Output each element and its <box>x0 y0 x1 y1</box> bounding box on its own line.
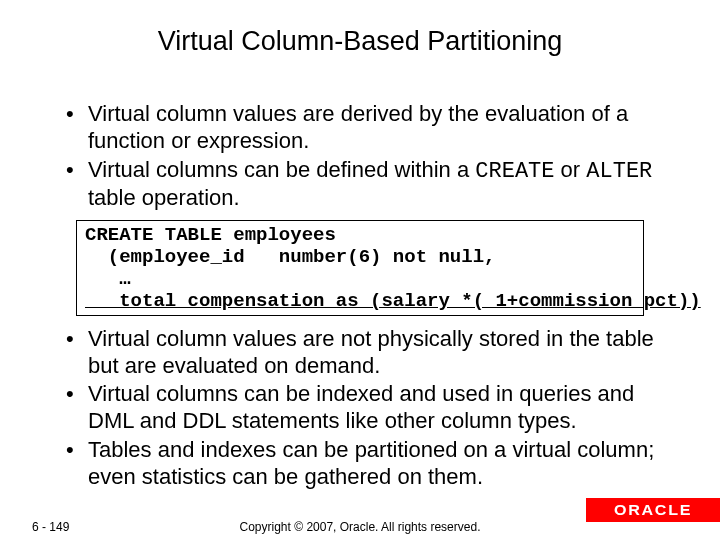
bullet-text: Virtual columns can be indexed and used … <box>88 381 634 433</box>
code-line: CREATE TABLE employees <box>85 224 336 246</box>
brand-bar: ORACLE <box>586 498 720 522</box>
code-line: (employee_id number(6) not null, <box>85 246 495 268</box>
bullet-text: table operation. <box>88 185 240 210</box>
bullet-text: Virtual columns can be defined within a <box>88 157 475 182</box>
bullets-bottom: Virtual column values are not physically… <box>40 326 680 491</box>
copyright-text: Copyright © 2007, Oracle. All rights res… <box>0 520 720 534</box>
inline-code: ALTER <box>586 159 652 184</box>
code-block: CREATE TABLE employees (employee_id numb… <box>76 220 644 315</box>
slide-content: Virtual column values are derived by the… <box>0 67 720 491</box>
bullet-text: or <box>555 157 587 182</box>
bullet-text: Virtual column values are not physically… <box>88 326 654 378</box>
bullet-item: Virtual column values are derived by the… <box>66 101 680 155</box>
inline-code: CREATE <box>475 159 554 184</box>
slide-footer: ORACLE 6 - 149 Copyright © 2007, Oracle.… <box>0 506 720 540</box>
bullet-item: Virtual columns can be defined within a … <box>66 157 680 213</box>
bullets-top: Virtual column values are derived by the… <box>40 101 680 212</box>
bullet-item: Virtual columns can be indexed and used … <box>66 381 680 435</box>
oracle-logo: ORACLE <box>614 502 692 518</box>
bullet-text: Tables and indexes can be partitioned on… <box>88 437 654 489</box>
bullet-item: Tables and indexes can be partitioned on… <box>66 437 680 491</box>
bullet-text: Virtual column values are derived by the… <box>88 101 628 153</box>
code-line: … <box>85 268 131 290</box>
slide: Virtual Column-Based Partitioning Virtua… <box>0 0 720 540</box>
code-line-emphasis: total_compensation as (salary *( 1+commi… <box>85 290 701 312</box>
slide-title: Virtual Column-Based Partitioning <box>0 0 720 67</box>
bullet-item: Virtual column values are not physically… <box>66 326 680 380</box>
